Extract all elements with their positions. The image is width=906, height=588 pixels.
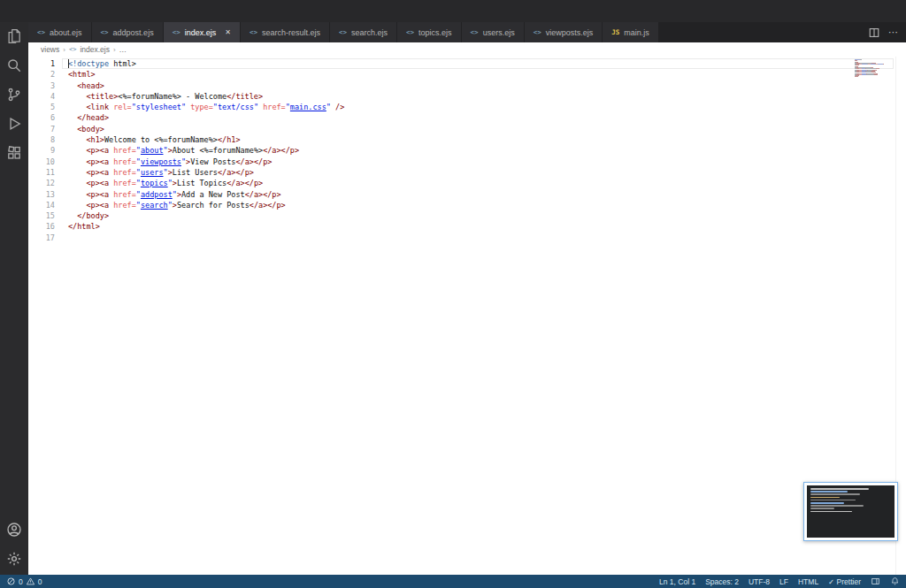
code-token: </body> [77, 211, 109, 220]
code-token: type= [190, 103, 213, 111]
code-token: href= [113, 201, 136, 210]
js-file-icon: JS [611, 28, 619, 36]
tab-label: search.ejs [351, 28, 388, 37]
code-token: main.css [290, 103, 326, 111]
tab-label: addpost.ejs [113, 28, 154, 37]
minimap[interactable] [855, 59, 894, 79]
line-number: 12 [28, 178, 55, 188]
line-number: 14 [28, 200, 55, 210]
code-token [68, 168, 86, 177]
account-icon[interactable] [6, 522, 22, 538]
line-number: 13 [28, 189, 55, 200]
code-line: <p><a href="search">Search for Posts</a>… [68, 200, 344, 210]
tab-main.js[interactable]: JSmain.js [603, 22, 659, 42]
line-number: 15 [28, 210, 55, 221]
tab-about.ejs[interactable]: <>about.ejs [28, 22, 92, 42]
line-number: 2 [28, 69, 55, 80]
code-token: href= [263, 103, 286, 111]
code-token [68, 211, 77, 220]
code-token: </a></p> [250, 201, 286, 210]
ejs-file-icon: <> [339, 28, 347, 36]
tab-label: search-result.ejs [262, 28, 320, 37]
code-token: search [141, 201, 168, 210]
minimap-token [862, 64, 868, 65]
line-number: 4 [28, 91, 55, 102]
tab-viewposts.ejs[interactable]: <>viewposts.ejs [525, 22, 603, 42]
code-token: <p><a [86, 201, 113, 210]
explorer-icon[interactable] [6, 28, 22, 44]
status-item-utf-8[interactable]: UTF-8 [749, 577, 770, 586]
ejs-file-icon: <> [37, 28, 45, 36]
status-item-html[interactable]: HTML [798, 577, 818, 586]
code-token: href= [113, 157, 136, 166]
settings-icon[interactable] [6, 551, 22, 567]
status-item-spaces-2[interactable]: Spaces: 2 [705, 577, 739, 586]
error-count: 0 [19, 577, 23, 586]
minimap-token [860, 59, 863, 60]
tab-search-result.ejs[interactable]: <>search-result.ejs [241, 22, 330, 42]
preview-content-line [810, 511, 852, 513]
code-token: </a></p> [263, 146, 299, 155]
code-token [68, 190, 86, 199]
minimap-line [855, 78, 894, 79]
breadcrumb[interactable]: views›<>index.ejs›… [28, 42, 906, 57]
code-line: <h1>Welcome to <%=forumName%></h1> [68, 134, 344, 145]
code-line: <p><a href="topics">List Topics</a></p> [68, 178, 344, 188]
warning-icon[interactable] [26, 577, 35, 586]
ejs-file-icon: <> [101, 28, 109, 36]
code-token: "text/css" [213, 103, 258, 111]
line-number: 16 [28, 221, 55, 232]
breadcrumb-item[interactable]: views [41, 45, 59, 54]
code-token: <!doctype [68, 59, 113, 68]
tab-label: topics.ejs [418, 28, 452, 37]
breadcrumb-separator: › [113, 46, 116, 54]
code-token [68, 92, 86, 101]
tab-index.ejs[interactable]: <>index.ejs✕ [164, 22, 241, 42]
tab-bar: <>about.ejs<>addpost.ejs<>index.ejs✕<>se… [28, 22, 906, 42]
code-token: About <%=forumName%> [173, 146, 263, 155]
preview-content-line [810, 500, 856, 501]
tab-strip: <>about.ejs<>addpost.ejs<>index.ejs✕<>se… [28, 22, 659, 42]
breadcrumb-item[interactable]: index.ejs [80, 45, 110, 54]
more-actions-icon[interactable]: ⋯ [888, 27, 898, 37]
code-line: <body> [68, 124, 344, 134]
line-number: 10 [28, 157, 55, 167]
code-token: </html> [68, 222, 100, 231]
status-item-lf[interactable]: LF [779, 577, 788, 586]
source-control-icon[interactable] [6, 87, 22, 103]
code-token: Welcome to <%=forumName%> [104, 135, 218, 144]
editor[interactable]: 1234567891011121314151617 <!doctype html… [28, 57, 906, 575]
status-bar: 00 Ln 1, Col 1Spaces: 2UTF-8LFHTML✓ Pret… [0, 575, 906, 588]
close-tab-icon[interactable]: ✕ [225, 28, 231, 36]
tab-search.ejs[interactable]: <>search.ejs [330, 22, 397, 42]
tab-label: main.js [624, 28, 649, 37]
code-token: </a></p> [218, 168, 254, 177]
floating-preview-window[interactable] [803, 482, 898, 541]
code-lines[interactable]: <!doctype html><html> <head> <title><%=f… [68, 58, 344, 243]
status-problems[interactable]: 00 [6, 577, 42, 586]
code-token [68, 113, 77, 122]
search-icon[interactable] [6, 57, 22, 73]
tab-label: users.ejs [483, 28, 515, 37]
tab-users.ejs[interactable]: <>users.ejs [462, 22, 525, 42]
warning-count: 0 [38, 577, 42, 586]
line-number: 1 [28, 58, 55, 69]
extensions-icon[interactable] [6, 145, 22, 161]
split-editor-icon[interactable] [868, 27, 880, 39]
error-icon[interactable] [6, 577, 16, 586]
run-debug-icon[interactable] [6, 116, 22, 132]
code-token [68, 81, 77, 90]
tab-topics.ejs[interactable]: <>topics.ejs [397, 22, 462, 42]
code-line: </head> [68, 112, 344, 123]
breadcrumb-item[interactable]: … [119, 45, 127, 54]
code-token: viewposts [141, 157, 181, 166]
layout-icon[interactable] [871, 577, 880, 586]
code-token: about [141, 146, 164, 155]
bell-icon[interactable] [890, 577, 900, 586]
preview-content-line [810, 497, 840, 499]
status-item-ln-1-col-1[interactable]: Ln 1, Col 1 [659, 577, 695, 586]
status-item-prettier[interactable]: ✓ Prettier [828, 577, 861, 586]
code-token: </a></p> [226, 179, 263, 187]
minimap-token [855, 76, 858, 77]
tab-addpost.ejs[interactable]: <>addpost.ejs [92, 22, 164, 42]
